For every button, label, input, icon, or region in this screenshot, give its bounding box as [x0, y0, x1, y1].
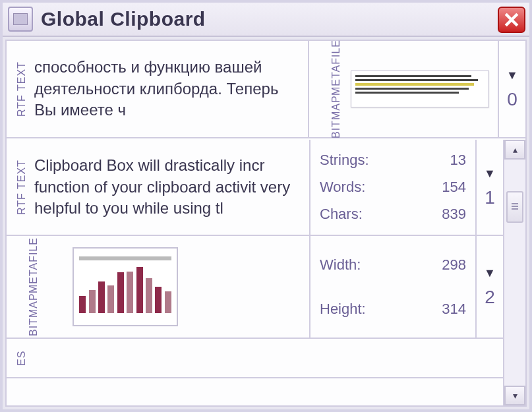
expand-arrow-icon[interactable]: ▼ — [484, 167, 496, 181]
format-label-rtf: RTF TEXT — [7, 41, 28, 137]
stat-row: Words: 154 — [320, 179, 466, 196]
current-clip-thumb[interactable] — [342, 41, 498, 137]
titlebar[interactable]: Global Clipboard — [3, 3, 529, 37]
scroll-track[interactable] — [504, 160, 525, 386]
stat-val: 839 — [442, 206, 466, 223]
clip-stats-col: Strings: 13 Words: 154 Chars: 839 — [309, 140, 475, 235]
close-button[interactable] — [498, 7, 525, 33]
scroll-down-button[interactable]: ▾ — [504, 386, 525, 405]
stat-key: Chars: — [320, 206, 363, 223]
clip-row[interactable]: BITMAP METAFILE — [7, 236, 503, 339]
window-title: Global Clipboard — [41, 8, 206, 30]
current-clip-left: RTF TEXT способность и функцию вашей дея… — [7, 41, 308, 137]
app-icon — [8, 7, 33, 32]
scrollbar: ▴ ▾ — [503, 140, 525, 405]
stat-row: Width: 298 — [320, 256, 466, 274]
clip-text: Clipboard Box will drastically incr func… — [28, 140, 309, 235]
stat-row: Chars: 839 — [320, 206, 466, 223]
clip-row[interactable]: ES — [7, 339, 503, 378]
app-window: Global Clipboard RTF TEXT способность и … — [0, 0, 532, 412]
thumbnail-image — [351, 71, 489, 107]
expand-arrow-icon[interactable]: ▼ — [484, 266, 496, 280]
format-label-bitmap: BITMAP METAFILE — [7, 236, 40, 338]
close-icon — [504, 13, 519, 27]
stat-row: Height: 314 — [320, 301, 466, 318]
stat-key: Height: — [320, 301, 366, 318]
scroll-thumb[interactable] — [506, 191, 523, 223]
clip-index: 2 — [485, 287, 495, 308]
body: RTF TEXT способность и функцию вашей дея… — [5, 40, 527, 407]
index-col: ▼ 2 — [475, 236, 503, 338]
current-clip-right: BITMAP METAFILE ▼ 0 — [308, 41, 525, 137]
stat-val: 13 — [450, 152, 466, 169]
stat-key: Words: — [320, 179, 365, 196]
stat-key: Strings: — [320, 152, 369, 169]
clip-list: RTF TEXT Clipboard Box will drastically … — [7, 140, 503, 405]
stat-val: 314 — [442, 301, 466, 318]
chevron-down-icon: ▾ — [513, 390, 517, 401]
index-col: ▼ 1 — [475, 140, 503, 235]
clip-image-preview — [40, 236, 309, 338]
chevron-up-icon: ▴ — [513, 144, 517, 155]
clip-index: 0 — [507, 89, 517, 110]
stat-val: 154 — [442, 179, 466, 196]
current-clip-text[interactable]: способность и функцию вашей деятельности… — [28, 41, 308, 137]
expand-arrow-icon[interactable]: ▼ — [506, 69, 518, 82]
stat-row: Strings: 13 — [320, 152, 466, 169]
clip-text — [28, 339, 503, 377]
format-label-bitmap: BITMAP METAFILE — [309, 41, 342, 137]
scroll-up-button[interactable]: ▴ — [504, 140, 525, 160]
index-col-0: ▼ 0 — [498, 41, 525, 137]
format-label-rtf: RTF TEXT — [7, 140, 28, 235]
bar-chart-thumb — [73, 247, 178, 326]
stat-val: 298 — [442, 256, 466, 274]
clip-index: 1 — [485, 187, 495, 208]
clip-stats-col: Width: 298 Height: 314 — [309, 236, 475, 338]
current-clip-row: RTF TEXT способность и функцию вашей дея… — [7, 41, 525, 138]
format-label: ES — [7, 339, 28, 377]
clip-row[interactable]: RTF TEXT Clipboard Box will drastically … — [7, 140, 503, 236]
stat-key: Width: — [320, 256, 361, 274]
